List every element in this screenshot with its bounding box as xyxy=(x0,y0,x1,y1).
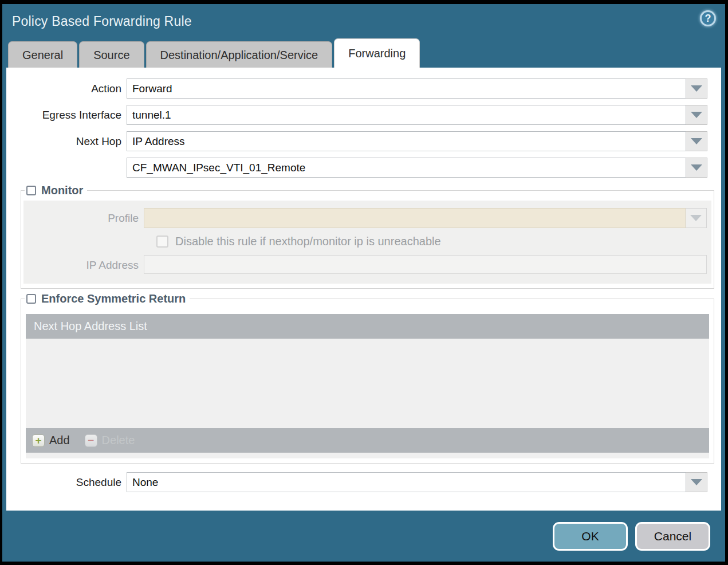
next-hop-address-dropdown-button[interactable] xyxy=(686,158,707,178)
dialog-footer: OK Cancel xyxy=(2,511,725,562)
chevron-down-icon xyxy=(691,138,702,144)
monitor-disabled-panel: Profile Disable this rule if nexthop/mon… xyxy=(23,201,711,284)
policy-based-forwarding-dialog: Policy Based Forwarding Rule ? General S… xyxy=(2,4,725,562)
monitor-profile-row: Profile xyxy=(23,208,707,228)
next-hop-type-dropdown-button[interactable] xyxy=(686,131,707,151)
monitor-ip-address-row: IP Address xyxy=(23,255,707,275)
action-dropdown-button[interactable] xyxy=(686,79,707,99)
dialog-titlebar: Policy Based Forwarding Rule ? xyxy=(2,4,725,38)
tab-bar: General Source Destination/Application/S… xyxy=(2,38,725,68)
chevron-down-icon xyxy=(690,215,702,221)
schedule-select[interactable]: None xyxy=(127,472,686,492)
add-button[interactable]: + Add xyxy=(32,434,70,447)
monitor-disable-rule-row: Disable this rule if nexthop/monitor ip … xyxy=(156,235,711,248)
tab-forwarding[interactable]: Forwarding xyxy=(334,38,420,68)
next-hop-address-row: CF_MWAN_IPsec_VTI_01_Remote xyxy=(6,158,707,178)
tab-destination-application-service[interactable]: Destination/Application/Service xyxy=(146,41,333,68)
tab-source[interactable]: Source xyxy=(79,41,144,68)
dialog-title: Policy Based Forwarding Rule xyxy=(2,14,192,29)
enforce-symmetric-return-checkbox[interactable] xyxy=(26,294,36,304)
monitor-ip-address-label: IP Address xyxy=(23,259,144,272)
chevron-down-icon xyxy=(691,479,702,485)
next-hop-address-list-header: Next Hop Address List xyxy=(26,314,709,339)
egress-interface-label: Egress Interface xyxy=(6,109,127,121)
monitor-section: Monitor Profile Disable this rule if nex… xyxy=(21,184,714,289)
chevron-down-icon xyxy=(691,164,702,171)
next-hop-address-select[interactable]: CF_MWAN_IPsec_VTI_01_Remote xyxy=(127,158,686,178)
enforce-symmetric-return-title: Enforce Symmetric Return xyxy=(36,292,186,305)
schedule-row: Schedule None xyxy=(6,472,707,492)
chevron-down-icon xyxy=(691,85,702,92)
monitor-profile-label: Profile xyxy=(23,212,144,225)
monitor-profile-select xyxy=(144,208,686,228)
egress-interface-row: Egress Interface tunnel.1 xyxy=(6,105,707,125)
monitor-checkbox[interactable] xyxy=(26,186,36,195)
cancel-button[interactable]: Cancel xyxy=(635,522,710,551)
monitor-section-title: Monitor xyxy=(36,184,83,197)
chevron-down-icon xyxy=(691,112,702,118)
table-bottom-strip xyxy=(26,453,709,458)
disable-rule-checkbox xyxy=(156,236,168,248)
next-hop-row: Next Hop IP Address xyxy=(6,131,707,151)
action-label: Action xyxy=(6,83,127,95)
next-hop-address-list-body[interactable] xyxy=(26,339,709,428)
next-hop-address-list-table: Next Hop Address List + Add − Delete xyxy=(26,314,709,458)
delete-button: − Delete xyxy=(85,434,135,447)
next-hop-label: Next Hop xyxy=(6,135,127,148)
action-select[interactable]: Forward xyxy=(127,79,686,99)
egress-interface-select[interactable]: tunnel.1 xyxy=(127,105,686,125)
plus-icon: + xyxy=(32,434,45,447)
add-button-label: Add xyxy=(45,434,70,447)
monitor-profile-dropdown-button xyxy=(686,208,707,228)
next-hop-address-list-toolbar: + Add − Delete xyxy=(26,428,709,453)
action-row: Action Forward xyxy=(6,79,707,99)
tab-general[interactable]: General xyxy=(8,41,77,68)
minus-icon: − xyxy=(85,434,97,447)
disable-rule-label: Disable this rule if nexthop/monitor ip … xyxy=(168,235,441,248)
monitor-ip-address-input xyxy=(144,255,707,274)
help-icon[interactable]: ? xyxy=(700,10,716,26)
next-hop-type-select[interactable]: IP Address xyxy=(127,131,686,151)
enforce-symmetric-return-section: Enforce Symmetric Return Next Hop Addres… xyxy=(21,292,714,464)
egress-interface-dropdown-button[interactable] xyxy=(686,105,707,125)
schedule-dropdown-button[interactable] xyxy=(686,472,707,492)
delete-button-label: Delete xyxy=(97,434,135,447)
ok-button[interactable]: OK xyxy=(553,522,628,551)
forwarding-tab-panel: Action Forward Egress Interface tunnel.1… xyxy=(6,68,721,511)
schedule-label: Schedule xyxy=(6,476,127,489)
